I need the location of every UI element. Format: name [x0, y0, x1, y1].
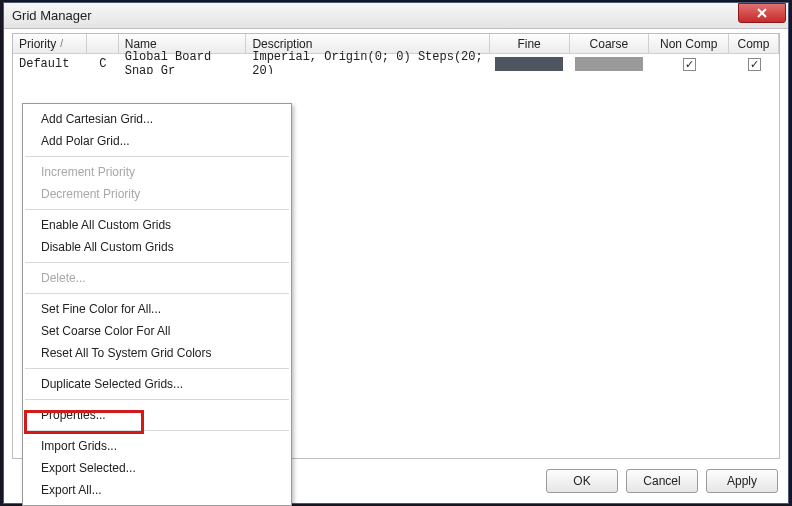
menu-set-coarse-color[interactable]: Set Coarse Color For All [23, 320, 291, 342]
button-bar: OK Cancel Apply [546, 469, 778, 493]
menu-properties[interactable]: Properties... [23, 404, 291, 426]
col-name[interactable]: Name [119, 34, 247, 53]
menu-add-cartesian[interactable]: Add Cartesian Grid... [23, 108, 291, 130]
close-icon [757, 8, 767, 18]
cancel-button[interactable]: Cancel [626, 469, 698, 493]
fine-color-swatch [495, 57, 563, 71]
table-header: Priority/ Name Description Fine Coarse N… [13, 34, 779, 54]
menu-set-fine-color[interactable]: Set Fine Color for All... [23, 298, 291, 320]
cell-priority: Default [13, 54, 87, 74]
menu-add-polar[interactable]: Add Polar Grid... [23, 130, 291, 152]
menu-decrement-priority: Decrement Priority [23, 183, 291, 205]
menu-reset-colors[interactable]: Reset All To System Grid Colors [23, 342, 291, 364]
table-row[interactable]: Default C Global Board Snap Gr Imperial,… [13, 54, 779, 74]
cell-fine[interactable] [489, 54, 569, 74]
ok-button[interactable]: OK [546, 469, 618, 493]
close-button[interactable] [738, 3, 786, 23]
col-blank[interactable] [87, 34, 119, 53]
col-fine[interactable]: Fine [490, 34, 570, 53]
menu-separator [25, 430, 289, 431]
window-title: Grid Manager [12, 8, 91, 23]
cell-comp[interactable]: ✓ [729, 54, 779, 74]
col-comp[interactable]: Comp [729, 34, 779, 53]
menu-export-selected[interactable]: Export Selected... [23, 457, 291, 479]
col-coarse[interactable]: Coarse [570, 34, 650, 53]
cell-description: Imperial, Origin(0; 0) Steps(20; 20) [246, 54, 489, 74]
menu-separator [25, 368, 289, 369]
menu-separator [25, 399, 289, 400]
menu-separator [25, 293, 289, 294]
cell-coarse[interactable] [569, 54, 649, 74]
menu-separator [25, 156, 289, 157]
comp-checkbox[interactable]: ✓ [748, 58, 761, 71]
noncomp-checkbox[interactable]: ✓ [683, 58, 696, 71]
menu-duplicate[interactable]: Duplicate Selected Grids... [23, 373, 291, 395]
menu-separator [25, 209, 289, 210]
col-description[interactable]: Description [246, 34, 489, 53]
col-noncomp[interactable]: Non Comp [649, 34, 729, 53]
apply-button[interactable]: Apply [706, 469, 778, 493]
sort-indicator-icon: / [60, 38, 63, 49]
context-menu: Add Cartesian Grid... Add Polar Grid... … [22, 103, 292, 506]
cell-mode: C [87, 54, 119, 74]
cell-name: Global Board Snap Gr [119, 54, 247, 74]
grid-manager-window: Grid Manager Priority/ Name Description … [3, 2, 789, 504]
cell-noncomp[interactable]: ✓ [649, 54, 729, 74]
menu-delete: Delete... [23, 267, 291, 289]
titlebar[interactable]: Grid Manager [4, 3, 788, 29]
menu-disable-all[interactable]: Disable All Custom Grids [23, 236, 291, 258]
coarse-color-swatch [575, 57, 643, 71]
menu-enable-all[interactable]: Enable All Custom Grids [23, 214, 291, 236]
menu-import[interactable]: Import Grids... [23, 435, 291, 457]
menu-increment-priority: Increment Priority [23, 161, 291, 183]
menu-separator [25, 262, 289, 263]
col-priority[interactable]: Priority/ [13, 34, 87, 53]
menu-export-all[interactable]: Export All... [23, 479, 291, 501]
